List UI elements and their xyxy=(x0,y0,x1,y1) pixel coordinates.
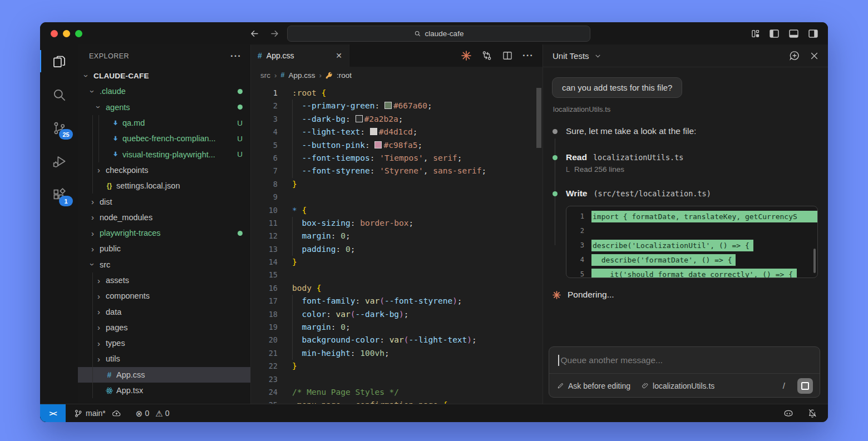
remote-indicator[interactable]: >< xyxy=(40,404,66,422)
tree-item-data[interactable]: ›data xyxy=(78,304,250,319)
run-debug-view-icon[interactable] xyxy=(40,145,78,178)
code-line-6[interactable]: 6 --font-tiempos: 'Tiempos', serif; xyxy=(251,152,542,165)
code-line-21[interactable]: 21 min-height: 100vh; xyxy=(251,347,542,360)
explorer-view-icon[interactable] xyxy=(40,44,78,78)
close-window-button[interactable] xyxy=(51,30,58,37)
tree-item-assets[interactable]: ›assets xyxy=(78,272,250,288)
status-bar: >< main* ⊗ 0 ⚠ 0 xyxy=(40,404,828,422)
tree-item-node-modules[interactable]: ›node_modules xyxy=(78,210,250,225)
code-line-18[interactable]: 18 color: var(--dark-bg); xyxy=(251,308,542,321)
extensions-view-icon[interactable]: 1 xyxy=(40,178,78,211)
color-swatch[interactable] xyxy=(384,102,392,109)
tree-item-app-css[interactable]: #App.css xyxy=(78,367,250,383)
breadcrumb-file[interactable]: App.css xyxy=(288,71,315,80)
tree-item-types[interactable]: ›types xyxy=(78,335,250,351)
search-view-icon[interactable] xyxy=(40,78,78,111)
minimize-window-button[interactable] xyxy=(63,30,70,37)
tree-item-label: dist xyxy=(100,197,112,206)
context-file-label[interactable]: localizationUtils.ts xyxy=(553,105,819,113)
slash-command-hint[interactable]: / xyxy=(783,381,785,390)
tree-item-quebec-french-complian-[interactable]: quebec-french-complian...U xyxy=(78,131,250,146)
diff-code-block[interactable]: 1import { formatDate, translateKey, getC… xyxy=(566,206,818,278)
command-center-search[interactable]: claude-cafe xyxy=(287,26,590,42)
code-line-9[interactable]: 9 xyxy=(251,191,542,204)
tab-close-icon[interactable]: ✕ xyxy=(336,51,342,60)
code-line-19[interactable]: 19 margin: 0; xyxy=(251,321,542,334)
code-line-16[interactable]: 16body { xyxy=(251,282,542,295)
tree-item-visual-testing-playwright-[interactable]: visual-testing-playwright...U xyxy=(78,146,250,162)
diff-scrollbar[interactable] xyxy=(813,249,816,273)
color-swatch[interactable] xyxy=(370,128,377,135)
customize-layout-icon[interactable] xyxy=(750,28,761,39)
tool-step-write[interactable]: Write (src/test/localization.ts) xyxy=(552,189,819,199)
forward-button[interactable] xyxy=(269,28,280,39)
tree-item-claude-cafe[interactable]: ›CLAUDE-CAFE xyxy=(78,68,250,83)
tree-item-qa-md[interactable]: qa.mdU xyxy=(78,115,250,131)
tree-item-app-tsx[interactable]: App.tsx xyxy=(78,383,250,398)
toggle-secondary-sidebar-icon[interactable] xyxy=(807,28,819,39)
close-panel-icon[interactable] xyxy=(810,51,819,61)
code-line-17[interactable]: 17 font-family: var(--font-styrene); xyxy=(251,295,542,308)
tree-item-src[interactable]: ›src xyxy=(78,257,250,272)
split-editor-icon[interactable] xyxy=(502,50,513,61)
code-line-3[interactable]: 3 --dark-bg: #2a2b2a; xyxy=(251,113,542,126)
toggle-primary-sidebar-icon[interactable] xyxy=(768,28,780,39)
toggle-panel-icon[interactable] xyxy=(788,28,800,39)
code-line-24[interactable]: 24/* Menu Page Styles */ xyxy=(251,386,542,399)
tree-item-settings-local-json[interactable]: {}settings.local.json xyxy=(78,178,250,194)
claude-code-icon[interactable] xyxy=(461,50,472,61)
editor-scrollbar[interactable] xyxy=(536,88,541,148)
tree-item-pages[interactable]: ›pages xyxy=(78,320,250,335)
chat-input-box[interactable]: Queue another message... Ask before edit… xyxy=(549,346,820,398)
chevron-down-icon[interactable] xyxy=(594,52,601,60)
tree-item-agents[interactable]: ›agents xyxy=(78,100,250,115)
tree-item-utils[interactable]: ›utils xyxy=(78,351,250,366)
code-editor[interactable]: 1:root {2 --primary-green: #667a60;3 --d… xyxy=(251,87,542,404)
explorer-more-actions-icon[interactable]: ··· xyxy=(230,53,241,59)
edit-mode-selector[interactable]: Ask before editing xyxy=(557,381,630,390)
tree-item-public[interactable]: ›public xyxy=(78,241,250,256)
color-swatch[interactable] xyxy=(356,115,363,122)
color-swatch[interactable] xyxy=(374,141,382,148)
tab-app-css[interactable]: # App.css ✕ xyxy=(251,44,349,67)
chat-input-placeholder[interactable]: Queue another message... xyxy=(561,355,663,365)
code-line-13[interactable]: 13 padding: 0; xyxy=(251,243,542,256)
breadcrumb-folder[interactable]: src xyxy=(260,71,270,80)
code-line-14[interactable]: 14} xyxy=(251,256,542,269)
code-line-5[interactable]: 5 --button-pink: #c98fa5; xyxy=(251,139,542,152)
code-line-10[interactable]: 10* { xyxy=(251,204,542,217)
code-line-15[interactable]: 15 xyxy=(251,269,542,281)
tree-item-playwright-traces[interactable]: ›playwright-traces xyxy=(78,225,250,241)
breadcrumb-symbol[interactable]: :root xyxy=(337,71,352,80)
chevron-closed-icon: › xyxy=(87,197,98,206)
tree-item-checkpoints[interactable]: ›checkpoints xyxy=(78,162,250,178)
tree-item-components[interactable]: ›components xyxy=(78,288,250,304)
code-text: } xyxy=(292,256,297,269)
open-changes-icon[interactable] xyxy=(481,50,492,61)
new-chat-icon[interactable] xyxy=(789,50,800,61)
code-line-23[interactable]: 23 xyxy=(251,373,542,386)
code-line-11[interactable]: 11 box-sizing: border-box; xyxy=(251,217,542,230)
copilot-icon[interactable] xyxy=(783,408,794,419)
zoom-window-button[interactable] xyxy=(75,30,82,37)
source-control-view-icon[interactable]: 25 xyxy=(40,111,78,145)
code-line-20[interactable]: 20 background-color: var(--light-text); xyxy=(251,334,542,346)
git-branch-status[interactable]: main* xyxy=(74,409,121,418)
stop-button[interactable] xyxy=(797,378,813,394)
code-line-8[interactable]: 8} xyxy=(251,178,542,191)
tree-item--claude[interactable]: ›.claude xyxy=(78,83,250,99)
problems-status[interactable]: ⊗ 0 ⚠ 0 xyxy=(136,409,170,418)
code-line-7[interactable]: 7 --font-styrene: 'Styrene', sans-serif; xyxy=(251,165,542,177)
code-line-12[interactable]: 12 margin: 0; xyxy=(251,230,542,242)
breadcrumb[interactable]: src › # App.css › :root xyxy=(251,67,542,83)
code-line-4[interactable]: 4 --light-text: #d4d1cd; xyxy=(251,126,542,138)
editor-more-actions-icon[interactable]: ··· xyxy=(522,50,534,61)
tool-step-read[interactable]: Read localizationUtils.ts xyxy=(552,152,819,162)
code-line-2[interactable]: 2 --primary-green: #667a60; xyxy=(251,100,542,112)
code-line-1[interactable]: 1:root { xyxy=(251,87,542,100)
code-line-22[interactable]: 22} xyxy=(251,360,542,373)
notifications-muted-icon[interactable] xyxy=(807,408,817,418)
back-button[interactable] xyxy=(249,28,260,39)
attached-file-chip[interactable]: localizationUtils.ts xyxy=(642,381,714,390)
tree-item-dist[interactable]: ›dist xyxy=(78,194,250,209)
